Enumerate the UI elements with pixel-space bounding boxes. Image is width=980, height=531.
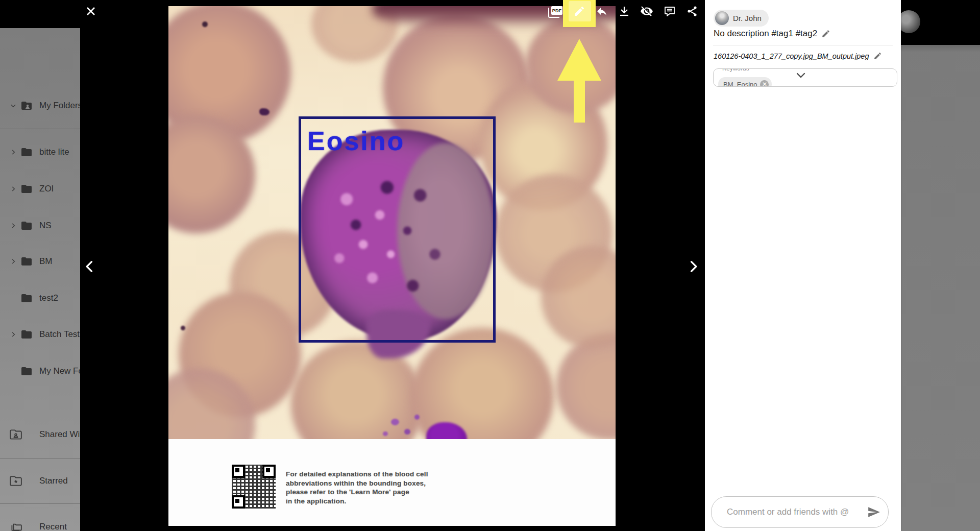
sidebar-item-my-folders[interactable]: My Folders [0, 93, 80, 118]
comment-box [711, 496, 889, 528]
sidebar-item-ns[interactable]: NS [0, 213, 80, 238]
sidebar-item-label: NS [39, 221, 52, 231]
image-viewport: Eosino For detailed explanations of the … [168, 6, 616, 526]
panel-divider [713, 45, 893, 45]
sidebar-item-label: My New Folder [39, 366, 80, 376]
folder-shared-icon [20, 100, 33, 112]
sidebar-item-label: Shared With Me [39, 429, 80, 440]
sidebar-item-label: Recent [39, 522, 67, 531]
qr-caption-text: For detailed explanations of the blood c… [286, 470, 428, 505]
keyword-chip[interactable]: BM_Eosino ✕ [718, 77, 772, 87]
detection-label: Eosino [307, 126, 405, 156]
folder-icon [20, 255, 33, 268]
folder-star-icon [9, 474, 22, 488]
owner-chip[interactable]: Dr. John [714, 10, 769, 27]
sidebar-item-shared-with-me[interactable]: Shared With Me [0, 422, 80, 447]
caption-strip: For detailed explanations of the blood c… [168, 439, 616, 526]
folder-shared-outline-icon [9, 428, 22, 441]
keywords-dropdown[interactable]: Keywords BM_Eosino ✕ [713, 68, 897, 87]
chevron-right-icon [10, 222, 17, 229]
owner-name: Dr. John [733, 14, 762, 22]
sidebar-item-recent[interactable]: Recent [0, 515, 80, 531]
sidebar-item-label: My Folders [39, 101, 80, 111]
sidebar-item-test2[interactable]: test2 [0, 286, 80, 310]
folder-icon [20, 365, 33, 377]
lightbox-viewer: My Folders bitte lite ZOI NS BM test2 [0, 0, 980, 531]
remove-keyword-icon[interactable]: ✕ [760, 80, 769, 87]
dimmed-app-edge [901, 0, 980, 531]
sidebar-item-label: ZOI [39, 184, 54, 194]
folders-stack-icon [9, 520, 22, 531]
edit-description-icon[interactable] [821, 29, 830, 38]
sidebar-item-bitte-lite[interactable]: bitte lite [0, 140, 80, 164]
sidebar-divider [0, 129, 80, 129]
next-image-icon[interactable] [683, 255, 703, 278]
folder-icon [20, 292, 33, 304]
qr-code [231, 464, 277, 510]
chevron-right-icon [10, 258, 17, 265]
blood-smear-image: Eosino [168, 6, 616, 439]
sidebar-divider [0, 503, 80, 504]
tutorial-arrow-up [556, 39, 602, 123]
download-icon[interactable] [615, 2, 633, 20]
keywords-label: Keywords [720, 68, 752, 72]
folder-icon [20, 328, 33, 341]
share-icon[interactable] [683, 2, 701, 20]
sidebar-divider [0, 458, 80, 459]
folder-icon [20, 220, 33, 232]
sidebar-item-label: test2 [39, 293, 58, 303]
sidebar-item-label: Batch Test [39, 329, 80, 340]
sidebar-item-batch-test[interactable]: Batch Test [0, 322, 80, 347]
sidebar-item-starred[interactable]: Starred [0, 469, 80, 493]
chevron-down-icon [10, 102, 17, 109]
previous-image-icon[interactable] [80, 255, 100, 278]
close-icon[interactable] [82, 2, 100, 20]
sidebar-item-zoi[interactable]: ZOI [0, 177, 80, 201]
chevron-right-icon [10, 185, 17, 192]
chevron-right-icon [10, 331, 17, 338]
sidebar-item-bm[interactable]: BM [0, 249, 80, 274]
edit-pencil-icon[interactable] [570, 2, 589, 20]
filename-text: 160126-0403_1_277_copy.jpg_BM_output.jpe… [714, 52, 869, 60]
pdf-export-icon[interactable]: PDF [547, 2, 566, 20]
sidebar-item-label: bitte lite [39, 147, 69, 157]
edit-filename-icon[interactable] [873, 52, 882, 60]
details-panel: Dr. John No description #tag1 #tag2 1601… [705, 0, 901, 531]
folders-sidebar: My Folders bitte lite ZOI NS BM test2 [0, 28, 80, 531]
comment-input[interactable] [726, 506, 864, 518]
folder-icon [20, 183, 33, 195]
send-comment-icon[interactable] [864, 502, 884, 522]
sidebar-item-label: Starred [39, 476, 68, 486]
sidebar-item-my-new-folder[interactable]: My New Folder [0, 359, 80, 383]
chevron-down-icon[interactable] [796, 73, 805, 79]
chevron-right-icon [10, 149, 17, 156]
avatar [715, 11, 729, 25]
comment-icon[interactable] [660, 2, 679, 20]
folder-icon [20, 146, 33, 158]
undo-icon[interactable] [593, 2, 611, 20]
description-text: No description #tag1 #tag2 [714, 29, 817, 39]
hide-eye-off-icon[interactable] [638, 2, 656, 20]
sidebar-item-label: BM [39, 256, 53, 267]
